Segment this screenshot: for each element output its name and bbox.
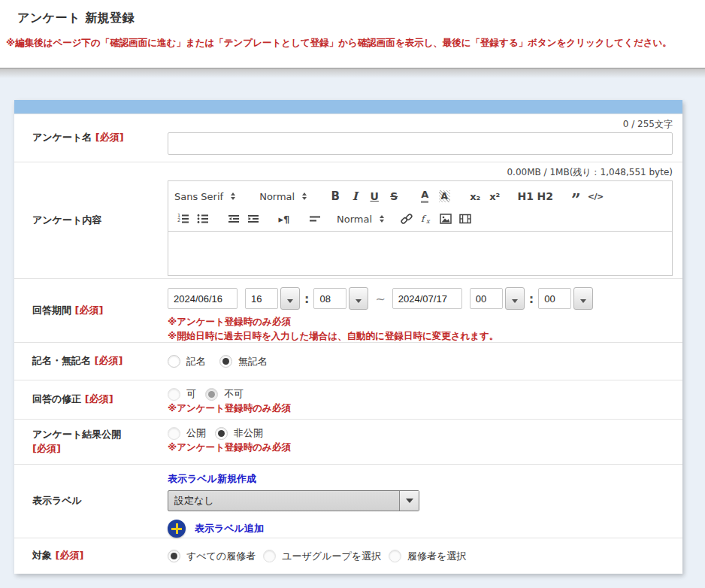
chevron-down-icon <box>580 299 586 303</box>
code-block-icon[interactable]: </> <box>586 187 604 205</box>
updown-arrows-icon <box>380 215 384 223</box>
font-picker[interactable]: Sans Serif <box>174 191 235 202</box>
italic-icon[interactable]: I <box>346 187 364 205</box>
end-date-input[interactable] <box>392 288 462 309</box>
required-badge: [必須] <box>32 442 168 456</box>
updown-arrows-icon <box>231 192 235 200</box>
bullet-list-icon[interactable] <box>194 210 212 228</box>
superscript-icon[interactable]: x² <box>486 187 504 205</box>
publish-note: ※アンケート登録時のみ必須 <box>168 440 673 454</box>
text-direction-icon[interactable]: ▸¶ <box>275 210 293 228</box>
required-badge: [必須] <box>95 355 123 366</box>
select-value: 設定なし <box>168 491 399 511</box>
chevron-down-icon <box>356 299 362 303</box>
row-display-label: 表示ラベル 表示ラベル新規作成 設定なし 表示ラベル追加 <box>14 464 682 538</box>
align-icon[interactable] <box>306 210 324 228</box>
time-colon: : <box>304 292 309 306</box>
radio-user-group[interactable] <box>263 550 276 562</box>
select-dropdown-button[interactable] <box>399 491 419 511</box>
survey-name-label: アンケート名 [必須] <box>14 114 168 162</box>
row-survey-name: アンケート名 [必須] 0 / 255文字 <box>14 114 682 162</box>
video-icon[interactable] <box>456 210 474 228</box>
strike-icon[interactable]: S <box>385 187 403 205</box>
radio-named[interactable] <box>168 355 180 368</box>
image-icon[interactable] <box>437 210 455 228</box>
period-note-2: ※開始日時に過去日時を入力した場合は、自動的に登録日時に変更されます。 <box>168 329 673 343</box>
underline-icon[interactable]: U <box>365 187 383 205</box>
row-answer-modify: 回答の修正 [必須] 可 不可 ※アンケート登録時のみ必須 <box>14 380 682 419</box>
end-hour-dropdown-button[interactable] <box>505 287 525 310</box>
row-named-anonymous: 記名・無記名 [必須] 記名 無記名 <box>14 342 682 380</box>
header-1-icon[interactable]: H1 <box>516 187 534 205</box>
end-hour-input[interactable] <box>470 288 503 309</box>
create-label-link[interactable]: 表示ラベル新規作成 <box>168 465 256 486</box>
editor-content-area[interactable] <box>168 232 672 275</box>
ordered-list-icon[interactable]: 12 <box>174 210 192 228</box>
chevron-down-icon <box>512 299 518 303</box>
page-header: アンケート 新規登録 ※編集後はページ下の「確認画面に進む」または「テンプレート… <box>0 0 705 68</box>
named-label: 記名・無記名 [必須] <box>14 343 168 380</box>
radio-modify-not-allowed[interactable] <box>205 388 218 401</box>
row-target: 対象 [必須] すべての履修者 ユーザグループを選択 履修者を選択 <box>14 538 682 574</box>
header-shadow <box>0 69 705 78</box>
start-hour-input[interactable] <box>245 288 278 309</box>
modify-note: ※アンケート登録時のみ必須 <box>168 401 673 415</box>
content-size-counter: 0.00MB / 1MB(残り：1,048,551 byte) <box>168 162 673 179</box>
background-color-icon[interactable]: A <box>439 190 450 202</box>
svg-text:x: x <box>426 218 431 225</box>
row-survey-content: アンケート内容 0.00MB / 1MB(残り：1,048,551 byte) … <box>14 162 682 278</box>
text-color-icon[interactable]: A <box>421 189 428 202</box>
publish-label: アンケート結果公開 [必須] <box>14 420 168 464</box>
row-result-publish: アンケート結果公開 [必須] 公開 非公開 ※アンケート登録時のみ必須 <box>14 419 682 464</box>
formula-icon[interactable]: fx <box>417 210 435 228</box>
radio-all-students[interactable] <box>168 550 180 562</box>
rich-text-editor: Sans Serif Normal B I <box>168 180 673 276</box>
required-badge: [必須] <box>95 132 124 143</box>
end-minute-dropdown-button[interactable] <box>573 287 593 310</box>
radio-publish[interactable] <box>168 427 180 440</box>
required-badge: [必須] <box>85 393 113 405</box>
row-answer-period: 回答期間 [必須] : ~ <box>14 278 682 342</box>
page-title: アンケート 新規登録 <box>0 8 705 26</box>
chevron-down-icon <box>406 499 413 503</box>
bold-icon[interactable]: B <box>326 187 344 205</box>
svg-text:2: 2 <box>177 217 180 223</box>
editor-toolbar: Sans Serif Normal B I <box>168 181 672 232</box>
add-label-link[interactable]: 表示ラベル追加 <box>195 522 264 535</box>
name-char-counter: 0 / 255文字 <box>168 114 673 131</box>
period-tilde: ~ <box>375 292 385 306</box>
page-instruction: ※編集後はページ下の「確認画面に進む」または「テンプレートとして登録」から確認画… <box>0 26 705 50</box>
updown-arrows-icon <box>302 192 307 200</box>
plus-icon[interactable] <box>168 520 186 538</box>
start-hour-dropdown-button[interactable] <box>280 287 300 310</box>
radio-modify-allowed[interactable] <box>168 388 180 401</box>
subscript-icon[interactable]: x₂ <box>466 187 484 205</box>
radio-select-students[interactable] <box>389 550 401 562</box>
display-label-select[interactable]: 設定なし <box>168 490 419 511</box>
required-badge: [必須] <box>56 550 84 561</box>
indent-icon[interactable] <box>244 210 262 228</box>
blockquote-icon[interactable]: ” <box>567 187 585 205</box>
lineheight-picker[interactable]: Normal <box>337 214 384 225</box>
period-note-1: ※アンケート登録時のみ必須 <box>168 314 673 329</box>
end-minute-input[interactable] <box>538 288 571 309</box>
required-badge: [必須] <box>75 305 104 316</box>
main-area: アンケート名 [必須] 0 / 255文字 アンケート内容 0.00MB / 1… <box>0 78 705 574</box>
size-picker[interactable]: Normal <box>259 191 307 202</box>
radio-anonymous[interactable] <box>219 355 232 368</box>
outdent-icon[interactable] <box>225 210 243 228</box>
start-minute-input[interactable] <box>313 288 346 309</box>
start-minute-dropdown-button[interactable] <box>349 287 368 310</box>
display-label-label: 表示ラベル <box>14 465 168 538</box>
target-label: 対象 [必須] <box>14 538 168 574</box>
survey-name-input[interactable] <box>168 132 673 155</box>
radio-not-publish[interactable] <box>215 427 228 440</box>
modify-label: 回答の修正 [必須] <box>14 380 168 419</box>
survey-form-card: アンケート名 [必須] 0 / 255文字 アンケート内容 0.00MB / 1… <box>14 100 682 574</box>
header-2-icon[interactable]: H2 <box>536 187 554 205</box>
chevron-down-icon <box>287 299 293 303</box>
survey-content-label: アンケート内容 <box>14 162 168 278</box>
form-header-bar <box>14 100 682 114</box>
link-icon[interactable] <box>398 210 416 228</box>
start-date-input[interactable] <box>168 288 238 309</box>
